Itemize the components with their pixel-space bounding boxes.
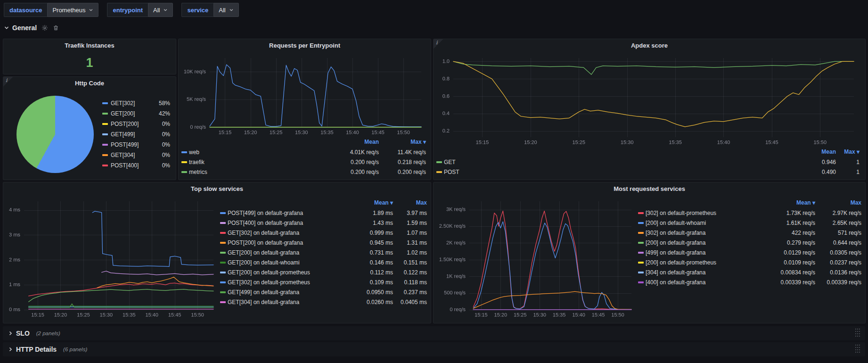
legend-max-header[interactable]: Max	[815, 199, 861, 206]
series-name: GET[200] on default-prometheus	[228, 269, 355, 276]
var-service-picker[interactable]: All	[213, 3, 238, 17]
panel-apdex-score: i Apdex score Mean Max ▾ GET	[433, 39, 866, 180]
panel-top-slow-services: Top slow services Mean ▾ Max POST[499] o…	[3, 182, 431, 323]
series-color-swatch	[220, 222, 226, 224]
legend-max-header[interactable]: Max ▾	[379, 139, 426, 145]
panel-title[interactable]: Http Code	[75, 80, 104, 87]
legend-mean-header[interactable]: Mean	[798, 148, 836, 155]
var-entrypoint-value: All	[153, 7, 160, 14]
legend-row[interactable]: [200] on default-grafana 0.279 req/s 0.6…	[638, 238, 861, 248]
legend-row[interactable]: POST[400] 0%	[102, 161, 170, 170]
legend-rows: GET 0.946 1 POST 0.490 1	[436, 157, 860, 177]
series-color-swatch	[220, 212, 226, 214]
series-mean: 4.01K req/s	[332, 149, 379, 156]
http-code-pie-chart[interactable]	[16, 96, 94, 173]
var-datasource-picker[interactable]: Prometheus	[47, 3, 98, 17]
legend-row[interactable]: [304] on default-grafana 0.00834 req/s 0…	[638, 267, 861, 277]
series-name: GET	[444, 159, 798, 165]
series-max: 0.218 req/s	[379, 159, 426, 165]
legend-row[interactable]: GET[499] on default-grafana 0.0950 ms 0.…	[220, 287, 427, 297]
requests-chart-canvas[interactable]	[181, 53, 426, 138]
legend-row[interactable]: GET 0.946 1	[436, 157, 860, 167]
legend-row[interactable]: [200] on default-prometheus 0.0109 req/s…	[638, 257, 861, 267]
legend-row[interactable]: POST[400] on default-grafana 1.43 ms 1.5…	[220, 218, 427, 228]
legend-row[interactable]: GET[200] 42%	[102, 109, 170, 118]
series-max: 3.97 ms	[393, 210, 427, 216]
legend-row[interactable]: GET[200] on default-whoami 0.146 ms 0.15…	[220, 257, 427, 267]
series-name: [200] on default-whoami	[646, 220, 764, 226]
legend-row[interactable]: [200] on default-whoami 1.61K req/s 2.65…	[638, 218, 861, 228]
panel-header: Http Code	[3, 77, 176, 89]
legend-mean-header[interactable]: Mean ▾	[764, 199, 815, 206]
legend-row[interactable]: GET[200] on default-prometheus 0.112 ms …	[220, 267, 427, 277]
most-requested-chart-canvas[interactable]	[435, 197, 635, 320]
row-general-toggle[interactable]: General	[4, 24, 37, 32]
top-slow-chart-area	[5, 197, 217, 320]
series-color-swatch	[220, 291, 226, 293]
requests-chart-area	[181, 53, 426, 138]
series-name: POST[400]	[111, 162, 150, 169]
legend-row[interactable]: POST[200] on default-grafana 0.945 ms 1.…	[220, 238, 427, 248]
legend-row[interactable]: GET[200] on default-grafana 0.731 ms 1.0…	[220, 248, 427, 257]
series-mean: 0.00339 req/s	[764, 279, 815, 286]
legend-row[interactable]: GET[302] on default-prometheus 0.109 ms …	[220, 277, 427, 287]
legend-row[interactable]: [302] on default-grafana 422 req/s 571 r…	[638, 228, 861, 238]
legend-row[interactable]: metrics 0.200 req/s 0.200 req/s	[181, 167, 426, 177]
series-mean: 0.0129 req/s	[764, 249, 815, 256]
series-max: 0.122 ms	[393, 269, 427, 276]
row-drag-handle[interactable]	[855, 328, 860, 339]
series-max: 1.02 ms	[393, 249, 427, 256]
legend-row[interactable]: GET[304] 0%	[102, 151, 170, 160]
legend-row[interactable]: [400] on default-grafana 0.00339 req/s 0…	[638, 277, 861, 287]
legend-row[interactable]: GET[302] on default-grafana 0.999 ms 1.0…	[220, 228, 427, 238]
legend-max-header[interactable]: Max ▾	[836, 148, 860, 155]
var-entrypoint-picker[interactable]: All	[148, 3, 173, 17]
series-name: GET[200]	[111, 110, 150, 117]
legend-row[interactable]: [302] on default-prometheus 1.73K req/s …	[638, 208, 861, 218]
row-http-details-toggle[interactable]: HTTP Details (6 panels)	[8, 346, 87, 353]
row-general-title: General	[12, 24, 37, 32]
panel-title[interactable]: Apdex score	[631, 42, 668, 49]
top-slow-chart-canvas[interactable]	[5, 197, 217, 320]
apdex-chart-canvas[interactable]	[436, 53, 860, 148]
series-name: [304] on default-grafana	[646, 269, 764, 276]
series-color-swatch	[638, 232, 644, 234]
row-delete-button[interactable]	[53, 25, 59, 31]
legend-row[interactable]: POST[499] on default-grafana 1.89 ms 3.9…	[220, 208, 427, 218]
panel-title[interactable]: Most requested services	[614, 185, 685, 192]
series-color-swatch	[220, 272, 226, 273]
legend-row[interactable]: GET[304] on default-grafana 0.0260 ms 0.…	[220, 297, 427, 307]
row-http-details: HTTP Details (6 panels)	[3, 342, 865, 356]
series-name: POST[400] on default-grafana	[228, 220, 355, 226]
panel-title[interactable]: Requests per Entrypoint	[269, 42, 340, 49]
series-mean: 0.0109 req/s	[764, 259, 815, 266]
series-color-swatch	[638, 212, 644, 214]
series-mean: 1.61K req/s	[764, 220, 815, 226]
legend-row[interactable]: traefik 0.200 req/s 0.218 req/s	[181, 157, 426, 167]
series-mean: 0.00834 req/s	[764, 269, 815, 276]
legend-max-header[interactable]: Max	[393, 199, 427, 206]
legend-mean-header[interactable]: Mean	[332, 139, 379, 145]
panel-title[interactable]: Traefik Instances	[65, 42, 115, 49]
legend-row[interactable]: GET[302] 58%	[102, 99, 170, 108]
chevron-down-icon	[229, 8, 234, 12]
pie-chart-area	[8, 92, 102, 177]
row-slo: SLO (2 panels)	[3, 326, 865, 340]
legend-row[interactable]: web 4.01K req/s 11.4K req/s	[181, 147, 426, 157]
apdex-chart-area	[436, 53, 860, 148]
legend-mean-header[interactable]: Mean ▾	[355, 199, 393, 206]
panel-title[interactable]: Top slow services	[191, 185, 243, 192]
legend-row[interactable]: [499] on default-grafana 0.0129 req/s 0.…	[638, 248, 861, 257]
panel-http-code: i Http Code GET[302] 58% GET[	[3, 76, 176, 180]
series-color-swatch	[220, 262, 226, 264]
traefik-instances-value: 1	[86, 57, 93, 69]
legend-row[interactable]: GET[499] 0%	[102, 130, 170, 139]
row-settings-button[interactable]	[41, 25, 48, 31]
panel-header: Top slow services	[3, 182, 431, 195]
row-drag-handle[interactable]	[855, 344, 860, 355]
legend-row[interactable]: POST[200] 0%	[102, 120, 170, 129]
panel-header: Traefik Instances	[3, 39, 176, 51]
legend-row[interactable]: POST 0.490 1	[436, 167, 860, 177]
legend-row[interactable]: POST[499] 0%	[102, 140, 170, 149]
row-slo-toggle[interactable]: SLO (2 panels)	[8, 330, 60, 337]
